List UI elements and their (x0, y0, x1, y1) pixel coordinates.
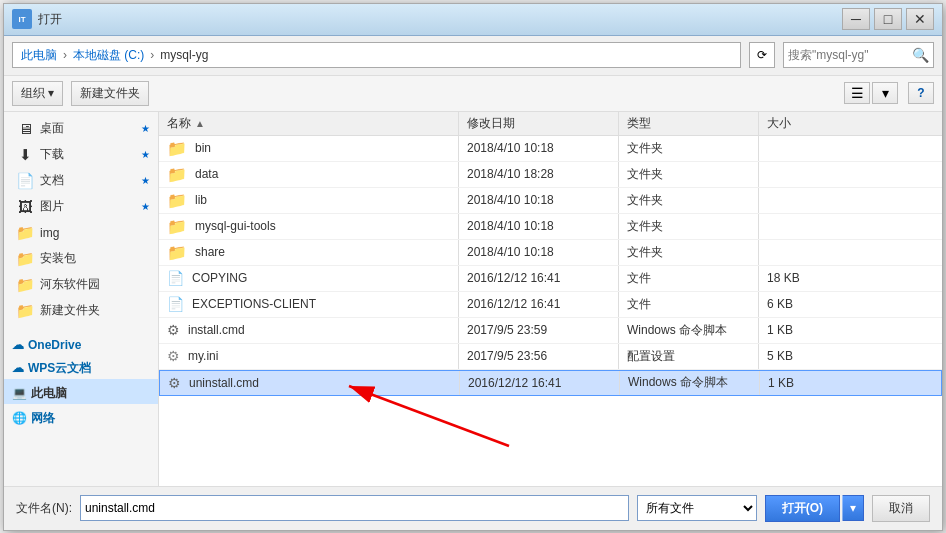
sidebar-item-installer[interactable]: 📁 安装包 (4, 246, 158, 272)
file-name-data: 📁data (159, 162, 459, 187)
sidebar-label-pictures: 图片 (40, 198, 64, 215)
table-row[interactable]: ⚙install.cmd 2017/9/5 23:59 Windows 命令脚本… (159, 318, 942, 344)
breadcrumb-current[interactable]: mysql-yg (156, 48, 212, 62)
table-row[interactable]: 📁data 2018/4/10 18:28 文件夹 (159, 162, 942, 188)
file-date-mysql-gui-tools: 2018/4/10 10:18 (459, 214, 619, 239)
minimize-button[interactable]: ─ (842, 8, 870, 30)
cmd-icon: ⚙ (167, 322, 180, 338)
file-icon: 📄 (167, 296, 184, 312)
maximize-button[interactable]: □ (874, 8, 902, 30)
sidebar-item-pictures[interactable]: 🖼 图片 ★ (4, 194, 158, 220)
file-date-bin: 2018/4/10 10:18 (459, 136, 619, 161)
breadcrumb-local-disk[interactable]: 本地磁盘 (C:) (69, 47, 148, 64)
pictures-icon: 🖼 (16, 198, 34, 216)
file-open-dialog: IT 打开 ─ □ ✕ 此电脑 › 本地磁盘 (C:) › mysql-yg ⟳… (3, 3, 943, 531)
column-date[interactable]: 修改日期 (459, 112, 619, 135)
close-button[interactable]: ✕ (906, 8, 934, 30)
file-date-install: 2017/9/5 23:59 (459, 318, 619, 343)
onedrive-label: OneDrive (28, 338, 81, 352)
table-row[interactable]: 📄EXCEPTIONS-CLIENT 2016/12/12 16:41 文件 6… (159, 292, 942, 318)
folder-icon: 📁 (167, 139, 187, 158)
table-row[interactable]: ⚙my.ini 2017/9/5 23:56 配置设置 5 KB (159, 344, 942, 370)
column-type[interactable]: 类型 (619, 112, 759, 135)
column-size[interactable]: 大小 (759, 112, 839, 135)
refresh-button[interactable]: ⟳ (749, 42, 775, 68)
search-input[interactable] (788, 48, 908, 62)
pin-downloads: ★ (141, 149, 150, 160)
sidebar-section-thispc[interactable]: 💻 此电脑 (4, 379, 158, 404)
filetype-select[interactable]: 所有文件 (637, 495, 757, 521)
cancel-button[interactable]: 取消 (872, 495, 930, 522)
bottom-bar: 文件名(N): 所有文件 打开(O) ▾ 取消 (4, 486, 942, 530)
thispc-label: 此电脑 (31, 385, 67, 402)
cmd-icon: ⚙ (168, 375, 181, 391)
documents-icon: 📄 (16, 172, 34, 190)
sidebar-item-documents[interactable]: 📄 文档 ★ (4, 168, 158, 194)
network-icon: 🌐 (12, 411, 27, 425)
sidebar-item-img[interactable]: 📁 img (4, 220, 158, 246)
open-button[interactable]: 打开(O) (765, 495, 840, 522)
sidebar-item-hedong[interactable]: 📁 河东软件园 (4, 272, 158, 298)
table-row[interactable]: 📁share 2018/4/10 10:18 文件夹 (159, 240, 942, 266)
folder-icon: 📁 (167, 165, 187, 184)
breadcrumb-this-pc[interactable]: 此电脑 (17, 47, 61, 64)
help-button[interactable]: ? (908, 82, 934, 104)
sidebar-section-onedrive[interactable]: ☁ OneDrive (4, 332, 158, 354)
table-row[interactable]: 📁bin 2018/4/10 10:18 文件夹 (159, 136, 942, 162)
file-type-copying: 文件 (619, 266, 759, 291)
view-mode-button[interactable]: ☰ (844, 82, 870, 104)
wps-label: WPS云文档 (28, 360, 91, 377)
sidebar-item-downloads[interactable]: ⬇ 下载 ★ (4, 142, 158, 168)
table-row[interactable]: 📄COPYING 2016/12/12 16:41 文件 18 KB (159, 266, 942, 292)
file-date-lib: 2018/4/10 10:18 (459, 188, 619, 213)
table-row-selected[interactable]: ⚙uninstall.cmd 2016/12/12 16:41 Windows … (159, 370, 942, 396)
folder-icon: 📁 (167, 243, 187, 262)
file-name-copying: 📄COPYING (159, 266, 459, 291)
sidebar-item-desktop[interactable]: 🖥 桌面 ★ (4, 116, 158, 142)
file-type-share: 文件夹 (619, 240, 759, 265)
file-date-exceptions: 2016/12/12 16:41 (459, 292, 619, 317)
file-name-bin: 📁bin (159, 136, 459, 161)
title-bar: IT 打开 ─ □ ✕ (4, 4, 942, 36)
new-folder-button[interactable]: 新建文件夹 (71, 81, 149, 106)
sidebar: 🖥 桌面 ★ ⬇ 下载 ★ 📄 文档 ★ 🖼 图片 ★ 📁 img (4, 112, 159, 486)
file-type-myini: 配置设置 (619, 344, 759, 369)
sidebar-section-network[interactable]: 🌐 网络 (4, 404, 158, 429)
sidebar-section-wps[interactable]: ☁ WPS云文档 (4, 354, 158, 379)
open-button-group: 打开(O) ▾ (765, 495, 864, 522)
table-row[interactable]: 📁mysql-gui-tools 2018/4/10 10:18 文件夹 (159, 214, 942, 240)
file-name-myini: ⚙my.ini (159, 344, 459, 369)
file-date-copying: 2016/12/12 16:41 (459, 266, 619, 291)
breadcrumb-sep2: › (150, 48, 154, 62)
img-icon: 📁 (16, 224, 34, 242)
organize-button[interactable]: 组织 ▾ (12, 81, 63, 106)
sidebar-label-newfolder: 新建文件夹 (40, 302, 100, 319)
sidebar-label-installer: 安装包 (40, 250, 76, 267)
sidebar-label-documents: 文档 (40, 172, 64, 189)
filename-input[interactable] (80, 495, 629, 521)
file-toolbar: 组织 ▾ 新建文件夹 ☰ ▾ ? (4, 76, 942, 112)
sidebar-label-hedong: 河东软件园 (40, 276, 100, 293)
breadcrumb[interactable]: 此电脑 › 本地磁盘 (C:) › mysql-yg (12, 42, 741, 68)
open-dropdown-arrow[interactable]: ▾ (842, 495, 864, 521)
view-dropdown-button[interactable]: ▾ (872, 82, 898, 104)
filename-label: 文件名(N): (16, 500, 72, 517)
file-date-myini: 2017/9/5 23:56 (459, 344, 619, 369)
file-size-myini: 5 KB (759, 344, 839, 369)
sidebar-item-newfolder[interactable]: 📁 新建文件夹 (4, 298, 158, 324)
file-size-copying: 18 KB (759, 266, 839, 291)
newfolder-icon: 📁 (16, 302, 34, 320)
column-name[interactable]: 名称 ▲ (159, 112, 459, 135)
title-bar-left: IT 打开 (12, 9, 62, 29)
sort-arrow: ▲ (195, 118, 205, 129)
file-type-uninstall: Windows 命令脚本 (620, 371, 760, 395)
file-type-lib: 文件夹 (619, 188, 759, 213)
address-toolbar: 此电脑 › 本地磁盘 (C:) › mysql-yg ⟳ 🔍 (4, 36, 942, 76)
file-size-share (759, 240, 839, 265)
file-name-lib: 📁lib (159, 188, 459, 213)
wps-icon: ☁ (12, 361, 24, 375)
sidebar-label-img: img (40, 226, 59, 240)
file-size-exceptions: 6 KB (759, 292, 839, 317)
sidebar-label-desktop: 桌面 (40, 120, 64, 137)
table-row[interactable]: 📁lib 2018/4/10 10:18 文件夹 (159, 188, 942, 214)
